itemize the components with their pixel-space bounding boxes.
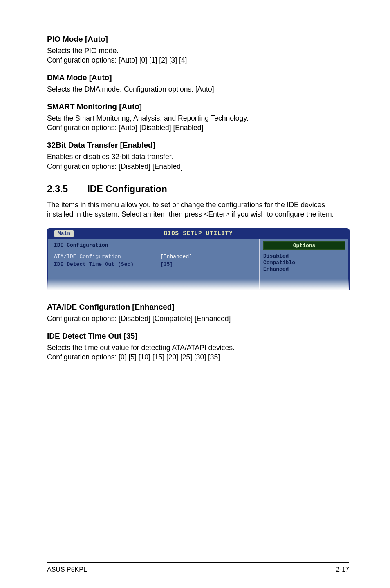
bios-left-header: IDE Configuration (54, 242, 254, 248)
text-smart-line1: Sets the Smart Monitoring, Analysis, and… (47, 114, 249, 122)
text-32bit-line1: Enables or disables 32-bit data transfer… (47, 153, 173, 161)
bios-tab-main[interactable]: Main (54, 230, 74, 237)
heading-dma-mode: DMA Mode [Auto] (47, 73, 349, 82)
bios-screenshot: BIOS SETUP UTILITY Main IDE Configuratio… (47, 228, 349, 290)
text-32bit-line2: Configuration options: [Disabled] [Enabl… (47, 162, 183, 171)
text-32bit: Enables or disables 32-bit data transfer… (47, 152, 349, 171)
footer-divider (47, 562, 349, 563)
bios-title: BIOS SETUP UTILITY (47, 228, 350, 239)
heading-title: IDE Configuration (87, 184, 167, 194)
text-idetime: Selects the time out value for detecting… (47, 343, 349, 362)
heading-32bit: 32Bit Data Transfer [Enabled] (47, 141, 349, 150)
text-pio-line2: Configuration options: [Auto] [0] [1] [2… (47, 56, 187, 64)
text-dma-mode: Selects the DMA mode. Configuration opti… (47, 85, 349, 94)
heading-smart: SMART Monitoring [Auto] (47, 102, 349, 111)
footer-product: ASUS P5KPL (47, 566, 87, 573)
footer: ASUS P5KPL 2-17 (47, 566, 349, 573)
bios-option-compatible[interactable]: Compatible (263, 260, 345, 266)
bios-row-label: ATA/IDE Configuration (54, 254, 160, 260)
bios-options-title: Options (263, 241, 345, 250)
text-idetime-line1: Selects the time out value for detecting… (47, 343, 235, 352)
heading-ataide: ATA/IDE Configuration [Enhanced] (47, 303, 349, 312)
bios-row-value: [Enhanced] (160, 254, 192, 260)
text-ide-config-desc: The items in this menu allow you to set … (47, 200, 349, 219)
text-pio-mode: Selects the PIO mode. Configuration opti… (47, 46, 349, 65)
bios-option-enhanced[interactable]: Enhanced (263, 266, 345, 273)
text-pio-line1: Selects the PIO mode. (47, 47, 119, 55)
heading-ide-configuration: 2.3.5 IDE Configuration (47, 184, 349, 195)
bios-row-ide-detect[interactable]: IDE Detect Time Out (Sec) [35] (54, 261, 254, 267)
text-ataide: Configuration options: [Disabled] [Compa… (47, 314, 349, 323)
bios-row-label: IDE Detect Time Out (Sec) (54, 261, 160, 267)
bios-row-ata-ide[interactable]: ATA/IDE Configuration [Enhanced] (54, 254, 254, 260)
bios-divider (54, 250, 254, 250)
bios-row-value: [35] (160, 261, 173, 267)
bios-option-disabled[interactable]: Disabled (263, 253, 345, 260)
heading-pio-mode: PIO Mode [Auto] (47, 35, 349, 44)
bios-options-list: Disabled Compatible Enhanced (263, 253, 345, 273)
text-smart: Sets the Smart Monitoring, Analysis, and… (47, 114, 349, 132)
bios-right-panel: Options Disabled Compatible Enhanced (259, 239, 348, 289)
text-idetime-line2: Configuration options: [0] [5] [10] [15]… (47, 353, 220, 361)
footer-page-number: 2-17 (336, 566, 349, 573)
heading-number: 2.3.5 (47, 184, 85, 195)
bios-left-panel: IDE Configuration ATA/IDE Configuration … (48, 239, 259, 289)
heading-idetime: IDE Detect Time Out [35] (47, 332, 349, 341)
bios-title-bar: BIOS SETUP UTILITY Main (47, 228, 350, 239)
text-smart-line2: Configuration options: [Auto] [Disabled]… (47, 123, 203, 132)
